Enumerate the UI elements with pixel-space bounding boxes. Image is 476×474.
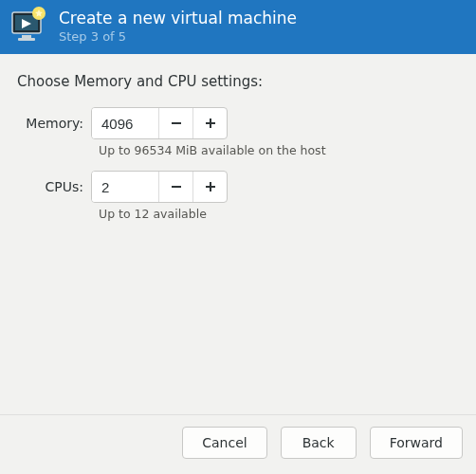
- plus-icon: [204, 180, 217, 193]
- svg-rect-8: [210, 118, 211, 128]
- svg-rect-6: [172, 122, 181, 124]
- cpus-label: CPUs:: [17, 179, 91, 194]
- svg-rect-9: [172, 186, 181, 188]
- memory-row: Memory:: [17, 107, 459, 139]
- memory-spinbox: [91, 107, 228, 139]
- svg-rect-4: [18, 38, 35, 41]
- cpus-spinbox: [91, 171, 228, 203]
- memory-hint: Up to 96534 MiB available on the host: [99, 143, 459, 157]
- vm-create-icon: [9, 7, 47, 45]
- cpus-increment-button[interactable]: [192, 172, 227, 202]
- memory-input[interactable]: [92, 108, 158, 138]
- svg-rect-11: [210, 182, 211, 191]
- forward-button[interactable]: Forward: [370, 427, 463, 459]
- back-button[interactable]: Back: [281, 427, 357, 459]
- cancel-button[interactable]: Cancel: [182, 427, 266, 459]
- dialog-header: Create a new virtual machine Step 3 of 5: [0, 0, 476, 54]
- dialog-content: Choose Memory and CPU settings: Memory: …: [0, 54, 476, 414]
- dialog-footer: Cancel Back Forward: [0, 414, 476, 474]
- cpus-decrement-button[interactable]: [158, 172, 192, 202]
- cpus-row: CPUs:: [17, 171, 459, 203]
- dialog-title: Create a new virtual machine: [59, 9, 297, 27]
- cpus-input[interactable]: [92, 172, 158, 202]
- memory-label: Memory:: [17, 116, 91, 131]
- section-heading: Choose Memory and CPU settings:: [17, 73, 459, 90]
- minus-icon: [170, 180, 183, 193]
- svg-rect-3: [22, 35, 31, 38]
- dialog-step: Step 3 of 5: [59, 29, 297, 44]
- minus-icon: [170, 117, 183, 130]
- plus-icon: [204, 117, 217, 130]
- memory-decrement-button[interactable]: [158, 108, 192, 138]
- memory-increment-button[interactable]: [192, 108, 227, 138]
- cpus-hint: Up to 12 available: [99, 207, 459, 221]
